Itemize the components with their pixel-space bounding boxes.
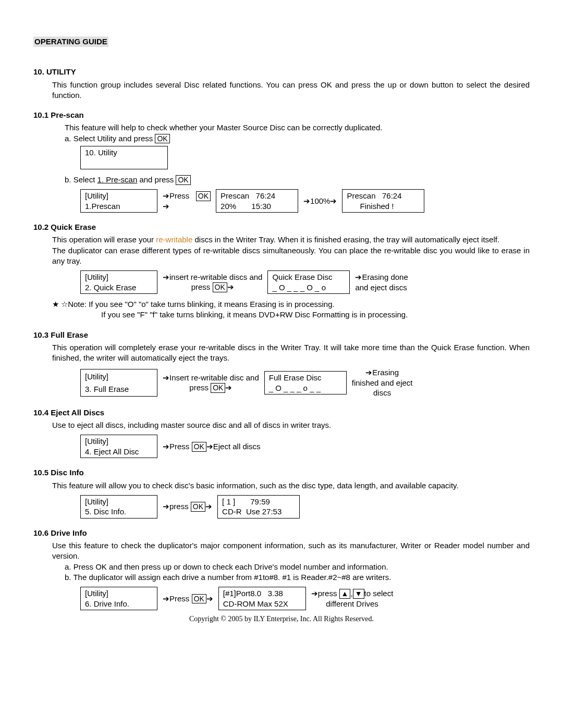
text: ➔Eject all discs (206, 442, 261, 451)
text: press (189, 383, 211, 392)
flow-text: ➔press ▲,▼to select different Drives (311, 588, 394, 609)
lcd-line: _ O _ _ _ O _ o (272, 282, 345, 293)
text: This operation will erase your (52, 235, 156, 244)
text: ➔insert re-writable discs and (163, 273, 262, 281)
lcd-driveinfo-menu: [Utility] 6. Drive Info. (80, 587, 157, 610)
lcd-prescan-done: Prescan 76:24 Finished ! (342, 189, 424, 213)
flow-101: [Utility] 1.Prescan ➔Press OK ➔ Prescan … (80, 189, 530, 213)
section-101-body: This feature will help to check whether … (65, 122, 530, 133)
section-101-head: 10.1 Pre-scan (33, 110, 530, 120)
flow-103: [Utility] 3. Full Erase ➔Insert re-writa… (80, 367, 530, 398)
step-106a: a. Press OK and then press up or down to… (65, 562, 530, 572)
text: and eject discs (355, 283, 407, 292)
section-104-body: Use to eject all discs, including master… (52, 420, 530, 430)
lcd-utility-menu: 10. Utility (80, 146, 168, 169)
section-106-head: 10.6 Drive Info (33, 528, 530, 538)
ok-key: OK (213, 282, 227, 292)
section-103-body: This operation will completely erase you… (52, 342, 530, 364)
ok-key: OK (192, 594, 206, 604)
step-101b-pre: b. Select (65, 175, 97, 184)
lcd-line: [Utility] (85, 497, 153, 507)
lcd-discinfo-menu: [Utility] 5. Disc Info. (80, 495, 157, 519)
section-10-body: This function group includes several Dis… (52, 80, 530, 101)
ok-key: OK (176, 175, 190, 185)
lcd-fullerase-progress: Full Erase Disc _ O _ _ _ o _ _ (264, 371, 347, 394)
text: ➔press (311, 589, 339, 598)
flow-text: ➔Press OK ➔ (163, 191, 211, 211)
text: ➔Erasing (365, 368, 399, 377)
note-102-1: ★ ☆Note: If you see "O" "o" take turns b… (52, 299, 530, 310)
lcd-prescan-menu: [Utility] 1.Prescan (80, 189, 157, 213)
flow-text: ➔Erasing done and eject discs (355, 272, 408, 292)
lcd-line: Finished ! (347, 201, 420, 212)
lcd-line: Prescan 76:24 (347, 191, 420, 201)
flow-text: ➔Erasing finished and eject discs (352, 367, 413, 398)
section-105-head: 10.5 Disc Info (33, 467, 530, 478)
flow-text: ➔Press OK➔ (163, 594, 213, 604)
lcd-line: [Utility] (85, 436, 153, 447)
text: finished and eject (352, 378, 413, 387)
lcd-line: 6. Drive Info. (85, 599, 153, 609)
lcd-line: 10. Utility (85, 147, 163, 158)
down-key: ▼ (353, 589, 364, 599)
ok-key: OK (192, 442, 206, 452)
page-title: OPERATING GUIDE (33, 36, 108, 47)
flow-105: [Utility] 5. Disc Info. ➔press OK➔ [ 1 ]… (80, 495, 530, 519)
step-101b: b. Select 1. Pre-scan and press OK (65, 175, 530, 185)
lcd-line: [#1]Port8.0 3.38 (223, 588, 301, 599)
lcd-line: Prescan 76:24 (221, 191, 293, 201)
section-102-head: 10.2 Quick Erase (33, 222, 530, 232)
lcd-line: [Utility] (85, 372, 153, 382)
lcd-line: CD-R Use 27:53 (222, 507, 295, 517)
step-101a: a. Select Utility and press OK (65, 133, 530, 144)
lcd-line: 2. Quick Erase (85, 282, 153, 293)
arrow-text: ➔ (227, 282, 234, 291)
flow-text: ➔insert re-writable discs and press OK➔ (163, 272, 262, 292)
flow-text: ➔Insert re-writable disc and press OK➔ (163, 373, 259, 393)
flow-104: [Utility] 4. Eject All Disc ➔Press OK➔Ej… (80, 435, 530, 458)
lcd-line: 4. Eject All Disc (85, 447, 153, 457)
section-105-body: This feature will allow you to check dis… (33, 480, 530, 491)
text: press (191, 282, 213, 291)
ok-key: OK (196, 191, 211, 201)
text: to select (364, 589, 394, 598)
section-102-body2: The duplicator can erase different types… (52, 245, 530, 267)
flow-text: ➔press OK➔ (163, 501, 212, 512)
lcd-quickerase-menu: [Utility] 2. Quick Erase (80, 270, 157, 294)
lcd-line (85, 157, 163, 168)
lcd-line: 1.Prescan (85, 201, 153, 212)
lcd-line: [Utility] (85, 191, 153, 201)
section-106-body: Use this feature to check the duplicator… (52, 540, 530, 562)
lcd-driveinfo-result: [#1]Port8.0 3.38 CD-ROM Max 52X (218, 587, 306, 610)
up-key: ▲ (339, 589, 351, 599)
text: discs in the Writer Tray. When it is fin… (192, 235, 499, 244)
lcd-line: [Utility] (85, 272, 153, 282)
highlight-rewritable: re-writable (156, 235, 192, 244)
section-103-head: 10.3 Full Erase (33, 330, 530, 340)
arrow-text: ➔ (206, 594, 213, 603)
step-101a-pre: a. Select Utility and press (65, 134, 155, 143)
text: ➔Press (163, 442, 192, 451)
ok-key: OK (155, 134, 169, 144)
lcd-discinfo-result: [ 1 ] 79:59 CD-R Use 27:53 (217, 495, 300, 519)
text: ➔Erasing done (355, 273, 408, 281)
ok-key: OK (211, 383, 225, 393)
arrow-text: ➔ (163, 201, 211, 212)
lcd-line: 3. Full Erase (85, 384, 153, 394)
section-104-head: 10.4 Eject All Discs (33, 408, 530, 418)
text: ➔press (163, 502, 191, 511)
lcd-line: Quick Erase Disc (272, 272, 345, 282)
lcd-line: [ 1 ] 79:59 (222, 497, 295, 507)
arrow-text: ➔Press (163, 191, 189, 200)
section-102-body1: This operation will erase your re-writab… (52, 235, 530, 245)
text: ➔Insert re-writable disc and (163, 373, 259, 382)
copyright-footer: Copyright © 2005 by ILY Enterprise, Inc.… (33, 614, 530, 624)
lcd-line: 5. Disc Info. (85, 507, 153, 517)
text: discs (373, 388, 391, 397)
arrow-text: ➔ (225, 383, 232, 392)
lcd-line: [Utility] (85, 588, 153, 599)
arrow-text: ➔ (205, 502, 212, 511)
text: ➔Press (163, 594, 192, 603)
flow-102: [Utility] 2. Quick Erase ➔insert re-writ… (80, 270, 530, 294)
lcd-line: 20% 15:30 (221, 201, 293, 212)
